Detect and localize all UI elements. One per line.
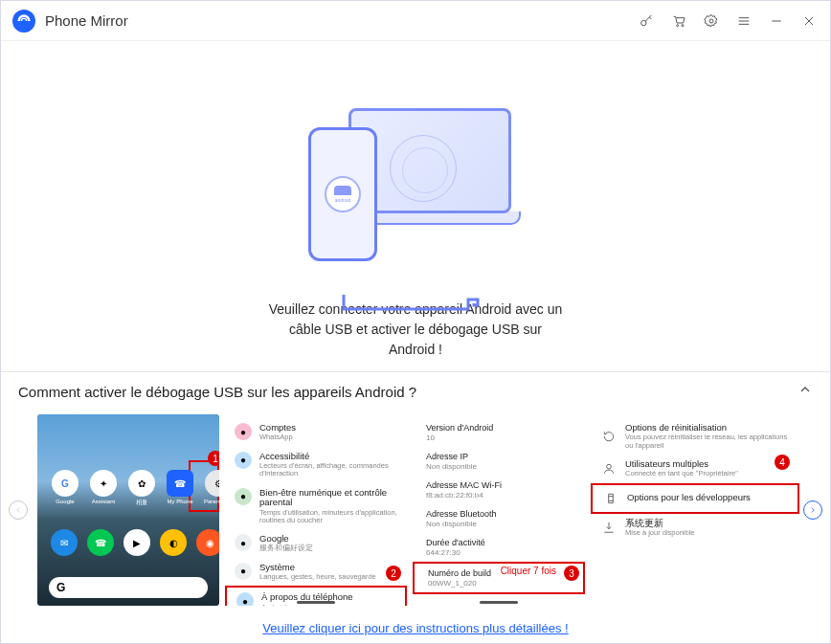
about-key: Adresse Bluetooth — [426, 509, 572, 519]
settings-item-title: Comptes — [259, 423, 397, 433]
tutorial-panel-3: Version d'Android10Adresse IPNon disponi… — [413, 414, 585, 606]
settings-item: ●Google服务和偏好设定 — [225, 529, 407, 558]
about-value: 644:27:30 — [426, 548, 572, 557]
menu-icon[interactable] — [734, 11, 753, 31]
about-value: 00WW_1_020 — [428, 579, 570, 588]
carousel-prev-button[interactable] — [9, 500, 28, 520]
system-item: Options de réinitialisationVous pouvez r… — [591, 418, 799, 455]
settings-item-title: Google — [259, 534, 397, 544]
carousel-next-button[interactable] — [803, 500, 822, 520]
tutorial-panel-1: 1 GGoogle ✦Assistant ✿相册 ☎My Phone ⚙Para… — [37, 414, 219, 606]
tutorial-carousel: 1 GGoogle ✦Assistant ✿相册 ☎My Phone ⚙Para… — [1, 411, 830, 613]
main-area: android Veuillez connecter votre apparei… — [1, 41, 830, 371]
reset-icon — [600, 428, 618, 445]
about-key: Version d'Android — [426, 423, 572, 433]
cart-icon[interactable] — [669, 11, 688, 31]
settings-item-sub: Langues, gestes, heure, sauvegarde — [259, 573, 397, 581]
settings-item-title: Système — [259, 563, 397, 572]
user-icon — [600, 460, 618, 477]
app-logo-icon — [12, 10, 35, 33]
about-value: f8:ad:cb:22:f0:b4 — [426, 491, 572, 500]
settings-item-sub: Temps d'utilisation, minuteurs d'applica… — [259, 509, 397, 525]
system-item: Utilisateurs multiplesConnecté en tant q… — [591, 455, 799, 483]
about-key: Adresse MAC Wi-Fi — [426, 480, 572, 490]
settings-item: ●ComptesWhatsApp — [225, 418, 407, 447]
svg-point-2 — [682, 24, 684, 26]
about-key: Adresse IP — [426, 452, 572, 461]
svg-point-4 — [607, 464, 612, 469]
app-title: Phone Mirror — [45, 12, 128, 29]
settings-item-icon: ● — [235, 423, 252, 440]
chevron-up-icon — [797, 382, 813, 401]
settings-item-icon: ● — [236, 592, 254, 606]
svg-point-0 — [641, 20, 646, 25]
titlebar: Phone Mirror — [1, 1, 830, 41]
click7-annotation: Cliquer 7 fois — [501, 566, 556, 576]
system-item-sub: Vous pouvez réinitialiser le réseau, les… — [625, 433, 790, 450]
system-item: 系统更新Mise à jour disponible — [591, 514, 799, 543]
about-row: Durée d'activité644:27:30 — [413, 533, 585, 562]
howto-header[interactable]: Comment activer le débogage USB sur les … — [1, 372, 830, 411]
step-badge-2: 2 — [386, 566, 401, 581]
about-row: Numéro de build00WW_1_020 — [413, 562, 585, 594]
settings-item: ●Bien-être numérique et contrôle parenta… — [225, 483, 407, 529]
close-icon[interactable] — [799, 11, 819, 31]
step-badge-1: 1 — [208, 451, 219, 466]
about-value: Non disponible — [426, 462, 572, 471]
settings-item-icon: ● — [235, 563, 252, 580]
settings-item-title: Accessibilité — [259, 452, 397, 461]
settings-item: ●AccessibilitéLecteurs d'écran, affichag… — [225, 447, 407, 483]
settings-item-icon: ● — [235, 488, 252, 505]
settings-item-icon: ● — [235, 452, 252, 469]
about-row: Adresse BluetoothNon disponible — [413, 504, 585, 533]
tutorial-panel-4: Options de réinitialisationVous pouvez r… — [591, 414, 799, 606]
connect-illustration: android — [291, 99, 540, 290]
step-badge-3: 3 — [564, 566, 579, 581]
svg-point-1 — [677, 24, 679, 26]
about-key: Durée d'activité — [426, 538, 572, 547]
settings-item: ●SystèmeLangues, gestes, heure, sauvegar… — [225, 558, 407, 587]
settings-item-title: Bien-être numérique et contrôle parental — [259, 488, 397, 508]
settings-item-icon: ● — [235, 534, 252, 551]
system-item-title: Options pour les développeurs — [627, 493, 788, 502]
system-item: Options pour les développeurs — [591, 483, 799, 514]
update-icon — [600, 519, 618, 536]
settings-item-sub: Android — [261, 604, 395, 606]
about-value: 10 — [426, 433, 572, 442]
howto-title: Comment activer le débogage USB sur les … — [18, 384, 416, 400]
key-icon[interactable] — [637, 11, 656, 31]
settings-item-sub: 服务和偏好设定 — [259, 544, 397, 552]
tutorial-panel-2: ●ComptesWhatsApp●AccessibilitéLecteurs d… — [225, 414, 407, 606]
footer: Veuillez cliquer ici pour des instructio… — [1, 613, 830, 644]
settings-item-sub: WhatsApp — [259, 433, 397, 441]
system-item-sub: Mise à jour disponible — [625, 529, 790, 537]
search-bar: G — [49, 577, 208, 598]
about-row: Adresse IPNon disponible — [413, 447, 585, 476]
android-icon: android — [325, 176, 361, 212]
system-item-title: Utilisateurs multiples — [625, 459, 790, 469]
settings-icon[interactable] — [702, 11, 721, 31]
detailed-instructions-link[interactable]: Veuillez cliquer ici pour des instructio… — [262, 621, 568, 635]
step-badge-4: 4 — [775, 455, 790, 470]
svg-point-3 — [709, 19, 713, 23]
about-value: Non disponible — [426, 520, 572, 528]
minimize-icon[interactable] — [767, 11, 786, 31]
system-item-title: 系统更新 — [625, 519, 790, 528]
about-row: Version d'Android10 — [413, 418, 585, 447]
about-row: Adresse MAC Wi-Fif8:ad:cb:22:f0:b4 — [413, 476, 585, 504]
system-item-title: Options de réinitialisation — [625, 423, 790, 433]
settings-item-sub: Lecteurs d'écran, affichage, commandes d… — [259, 462, 397, 478]
system-item-sub: Connecté en tant que "Propriétaire" — [625, 470, 790, 477]
devops-icon — [602, 490, 619, 507]
